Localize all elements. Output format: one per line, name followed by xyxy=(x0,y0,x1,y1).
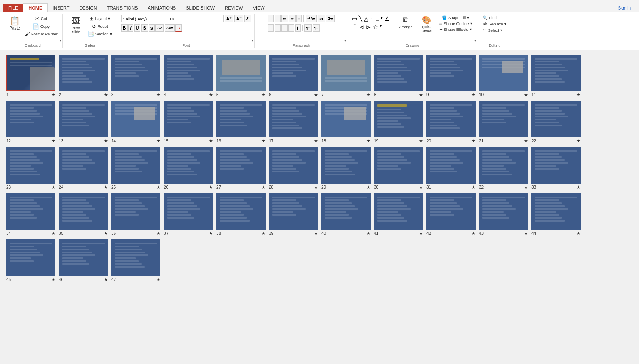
paste-button[interactable]: 📋 Paste xyxy=(7,15,23,31)
slide-star-14[interactable]: ★ xyxy=(156,138,160,144)
slide-star-21[interactable]: ★ xyxy=(524,138,528,144)
slide-item-41[interactable]: 41★ xyxy=(374,193,423,236)
slide-star-46[interactable]: ★ xyxy=(104,277,108,282)
select-button[interactable]: ⬚ Select ▾ xyxy=(481,27,503,33)
replace-button[interactable]: ab Replace ▾ xyxy=(481,21,507,27)
shape-outline-button[interactable]: ▭ Shape Outline ▾ xyxy=(437,21,473,26)
format-painter-button[interactable]: 🖌 Format Painter xyxy=(23,30,59,38)
slide-item-22[interactable]: 22★ xyxy=(531,101,581,144)
slide-item-20[interactable]: 20★ xyxy=(426,101,476,144)
shadow-button[interactable]: s xyxy=(149,24,155,32)
new-slide-button[interactable]: 🖼 NewSlide xyxy=(67,15,85,35)
justify-button[interactable]: ≡ xyxy=(288,24,294,32)
bullets-button[interactable]: ≡ xyxy=(268,15,273,22)
slide-star-24[interactable]: ★ xyxy=(104,184,108,190)
shape-effects-button[interactable]: ✦ Shape Effects ▾ xyxy=(437,27,473,32)
slide-item-39[interactable]: 39★ xyxy=(269,193,318,236)
shape-tool[interactable]: ╲ xyxy=(358,15,363,22)
slide-star-5[interactable]: ★ xyxy=(261,92,266,97)
arrange-button[interactable]: ⧉ Arrange xyxy=(396,15,416,30)
shape-tool[interactable]: ○ xyxy=(370,15,374,22)
slide-item-1[interactable]: 1★ xyxy=(6,55,55,97)
align-text-button[interactable]: ≡▾ xyxy=(318,15,325,22)
tab-insert[interactable]: INSERT xyxy=(48,4,74,12)
cut-button[interactable]: ✂ Cut xyxy=(23,15,59,22)
slide-star-19[interactable]: ★ xyxy=(419,138,423,144)
slide-item-35[interactable]: 35★ xyxy=(59,193,108,236)
slide-star-16[interactable]: ★ xyxy=(261,138,266,144)
bold-button[interactable]: B xyxy=(121,24,128,32)
slide-star-4[interactable]: ★ xyxy=(209,92,213,97)
tab-animations[interactable]: ANIMATIONS xyxy=(143,4,181,12)
slide-item-29[interactable]: 29★ xyxy=(321,147,371,190)
tab-slideshow[interactable]: SLIDE SHOW xyxy=(181,4,220,12)
tab-review[interactable]: REVIEW xyxy=(220,4,248,12)
slide-item-47[interactable]: 47★ xyxy=(111,239,160,282)
shape-fill-button[interactable]: 🪣 Shape Fill ▾ xyxy=(437,15,473,20)
slide-star-42[interactable]: ★ xyxy=(471,231,476,236)
char-spacing-button[interactable]: AV xyxy=(155,24,164,32)
slide-star-23[interactable]: ★ xyxy=(51,184,55,190)
reset-button[interactable]: ↺ Reset xyxy=(86,23,113,30)
slide-item-30[interactable]: 30★ xyxy=(374,147,423,190)
clear-format-button[interactable]: ✗ xyxy=(244,15,251,22)
strikethrough-button[interactable]: S xyxy=(141,24,148,32)
font-name-input[interactable] xyxy=(121,15,167,22)
slide-star-3[interactable]: ★ xyxy=(156,92,160,97)
layout-button[interactable]: ⊞ Layout ▾ xyxy=(86,15,113,22)
shape-tool[interactable]: ∠ xyxy=(384,15,390,22)
slide-item-27[interactable]: 27★ xyxy=(216,147,266,190)
shape-more[interactable]: ▾ xyxy=(380,15,383,22)
slide-star-26[interactable]: ★ xyxy=(209,184,213,190)
slide-item-33[interactable]: 33★ xyxy=(531,147,581,190)
slide-star-20[interactable]: ★ xyxy=(471,138,476,144)
slide-star-31[interactable]: ★ xyxy=(471,184,476,190)
text-direction-button[interactable]: ↵A▾ xyxy=(306,15,317,22)
slide-item-40[interactable]: 40★ xyxy=(321,193,371,236)
slide-star-6[interactable]: ★ xyxy=(314,92,318,97)
slide-star-25[interactable]: ★ xyxy=(156,184,160,190)
slide-star-12[interactable]: ★ xyxy=(51,138,55,144)
tab-design[interactable]: DESIGN xyxy=(74,4,102,12)
increase-font-button[interactable]: A⁺ xyxy=(225,15,234,22)
slide-star-10[interactable]: ★ xyxy=(524,92,528,97)
section-button[interactable]: 📑 Section ▾ xyxy=(86,30,113,38)
slide-item-10[interactable]: 10★ xyxy=(479,55,528,97)
numbering-button[interactable]: ≡ xyxy=(275,15,281,22)
font-launcher[interactable]: ▾ xyxy=(252,39,253,42)
slide-item-11[interactable]: 11★ xyxy=(531,55,581,97)
slide-star-35[interactable]: ★ xyxy=(104,231,108,236)
slide-star-34[interactable]: ★ xyxy=(51,231,55,236)
slide-item-18[interactable]: 18★ xyxy=(321,101,371,144)
line-spacing-button[interactable]: ↕ xyxy=(296,15,302,22)
slide-star-44[interactable]: ★ xyxy=(576,231,581,236)
ltr-button[interactable]: ¶↓ xyxy=(313,24,320,32)
decrease-font-button[interactable]: A⁻ xyxy=(234,15,243,22)
shape-tool[interactable]: ▾ xyxy=(379,23,382,32)
shape-tool[interactable]: △ xyxy=(363,15,369,22)
slide-item-2[interactable]: 2★ xyxy=(59,55,108,97)
slide-star-28[interactable]: ★ xyxy=(314,184,318,190)
slide-star-11[interactable]: ★ xyxy=(576,92,581,97)
slide-star-18[interactable]: ★ xyxy=(366,138,371,144)
slide-item-44[interactable]: 44★ xyxy=(531,193,581,236)
shape-tool[interactable]: ☆ xyxy=(372,23,378,32)
tab-file[interactable]: FILE xyxy=(3,4,23,12)
slide-item-43[interactable]: 43★ xyxy=(479,193,528,236)
decrease-indent-button[interactable]: ⇐ xyxy=(281,15,288,22)
slide-star-13[interactable]: ★ xyxy=(104,138,108,144)
slide-star-40[interactable]: ★ xyxy=(366,231,371,236)
slide-item-42[interactable]: 42★ xyxy=(426,193,476,236)
slide-star-27[interactable]: ★ xyxy=(261,184,266,190)
slide-item-3[interactable]: 3★ xyxy=(111,55,160,97)
quick-styles-button[interactable]: 🎨 QuickStyles xyxy=(416,15,436,34)
shape-tool[interactable]: ⊲ xyxy=(359,23,365,32)
slide-item-21[interactable]: 21★ xyxy=(479,101,528,144)
slide-item-23[interactable]: 23★ xyxy=(6,147,55,190)
columns-button[interactable]: ⫿ xyxy=(295,24,301,32)
slide-item-7[interactable]: 7★ xyxy=(321,55,371,97)
slide-star-7[interactable]: ★ xyxy=(366,92,371,97)
slide-item-26[interactable]: 26★ xyxy=(164,147,213,190)
slide-star-9[interactable]: ★ xyxy=(471,92,476,97)
slide-star-39[interactable]: ★ xyxy=(314,231,318,236)
